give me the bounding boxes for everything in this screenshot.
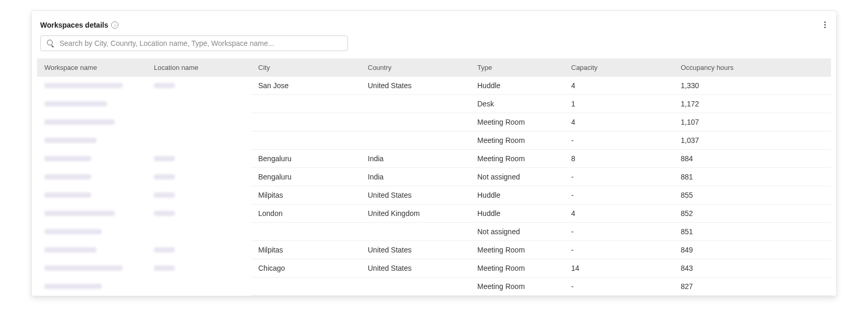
cell-capacity: - [564,278,673,296]
cell-capacity: - [564,223,673,241]
cell-occupancy: 1,172 [673,95,831,113]
cell-occupancy: 852 [673,204,831,223]
cell-type: Huddle [470,186,564,204]
cell-occupancy: 843 [673,259,831,278]
table-row[interactable]: Milpitas United States Huddle - 855 [37,186,831,204]
title-wrap: Workspaces details i [40,21,118,29]
cell-city: Bengaluru [251,150,360,168]
cell-city: London [251,204,360,223]
cell-country: India [360,168,470,186]
table-body: San Jose United States Huddle 4 1,330 De… [37,77,831,296]
table-row[interactable]: Meeting Room 4 1,107 [37,113,831,131]
table-row[interactable]: Meeting Room - 1,037 [37,131,831,150]
col-header-occupancy-hours[interactable]: Occupancy hours [673,58,831,77]
cell-location-name [147,278,251,296]
table-row[interactable]: Not assigned - 851 [37,223,831,241]
cell-type: Meeting Room [470,150,564,168]
cell-occupancy: 849 [673,241,831,259]
cell-workspace-name [37,223,147,241]
cell-type: Meeting Room [470,259,564,278]
cell-workspace-name [37,186,147,204]
table-row[interactable]: Desk 1 1,172 [37,95,831,113]
cell-capacity: - [564,168,673,186]
cell-country: United States [360,186,470,204]
cell-occupancy: 1,330 [673,77,831,95]
card-header: Workspaces details i [37,19,831,35]
cell-country: United States [360,77,470,95]
cell-occupancy: 855 [673,186,831,204]
cell-city: Milpitas [251,241,360,259]
col-header-location-name[interactable]: Location name [147,58,251,77]
col-header-country[interactable]: Country [360,58,470,77]
cell-location-name [147,168,251,186]
cell-type: Not assigned [470,223,564,241]
cell-occupancy: 827 [673,278,831,296]
table-row[interactable]: San Jose United States Huddle 4 1,330 [37,77,831,95]
cell-occupancy: 1,037 [673,131,831,150]
col-header-workspace-name[interactable]: Workspace name [37,58,147,77]
workspaces-table: Workspace name Location name City Countr… [37,58,831,296]
col-header-type[interactable]: Type [470,58,564,77]
cell-occupancy: 884 [673,150,831,168]
cell-type: Huddle [470,77,564,95]
cell-location-name [147,204,251,223]
cell-capacity: 4 [564,204,673,223]
cell-country: India [360,150,470,168]
cell-capacity: 8 [564,150,673,168]
cell-type: Meeting Room [470,278,564,296]
cell-capacity: 4 [564,113,673,131]
cell-capacity: 1 [564,95,673,113]
table-row[interactable]: Chicago United States Meeting Room 14 84… [37,259,831,278]
cell-workspace-name [37,259,147,278]
table-row[interactable]: Bengaluru India Meeting Room 8 884 [37,150,831,168]
cell-workspace-name [37,168,147,186]
search-field-wrap[interactable] [40,35,348,51]
card-title: Workspaces details [40,21,108,29]
cell-location-name [147,113,251,131]
cell-workspace-name [37,95,147,113]
cell-workspace-name [37,278,147,296]
cell-location-name [147,259,251,278]
table-row[interactable]: Bengaluru India Not assigned - 881 [37,168,831,186]
cell-type: Desk [470,95,564,113]
cell-city: Chicago [251,259,360,278]
cell-city [251,131,360,150]
cell-location-name [147,150,251,168]
workspaces-details-card: Workspaces details i Workspace name Loca… [31,10,837,296]
cell-country [360,223,470,241]
cell-occupancy: 881 [673,168,831,186]
cell-workspace-name [37,77,147,95]
cell-capacity: - [564,241,673,259]
cell-type: Not assigned [470,168,564,186]
cell-city [251,223,360,241]
cell-city: Milpitas [251,186,360,204]
search-input[interactable] [59,39,341,47]
cell-type: Meeting Room [470,241,564,259]
cell-workspace-name [37,204,147,223]
cell-location-name [147,241,251,259]
cell-workspace-name [37,241,147,259]
cell-country [360,95,470,113]
cell-country [360,278,470,296]
table-row[interactable]: Meeting Room - 827 [37,278,831,296]
info-icon[interactable]: i [111,21,118,29]
cell-city: Bengaluru [251,168,360,186]
cell-capacity: 14 [564,259,673,278]
cell-country [360,131,470,150]
col-header-capacity[interactable]: Capacity [564,58,673,77]
more-options-icon[interactable] [822,19,828,30]
cell-location-name [147,77,251,95]
col-header-city[interactable]: City [251,58,360,77]
search-icon [47,40,54,47]
cell-occupancy: 851 [673,223,831,241]
cell-location-name [147,223,251,241]
cell-location-name [147,186,251,204]
cell-country: United States [360,259,470,278]
cell-workspace-name [37,150,147,168]
cell-city [251,278,360,296]
table-row[interactable]: Milpitas United States Meeting Room - 84… [37,241,831,259]
cell-city [251,95,360,113]
cell-workspace-name [37,131,147,150]
cell-type: Meeting Room [470,113,564,131]
table-row[interactable]: London United Kingdom Huddle 4 852 [37,204,831,223]
